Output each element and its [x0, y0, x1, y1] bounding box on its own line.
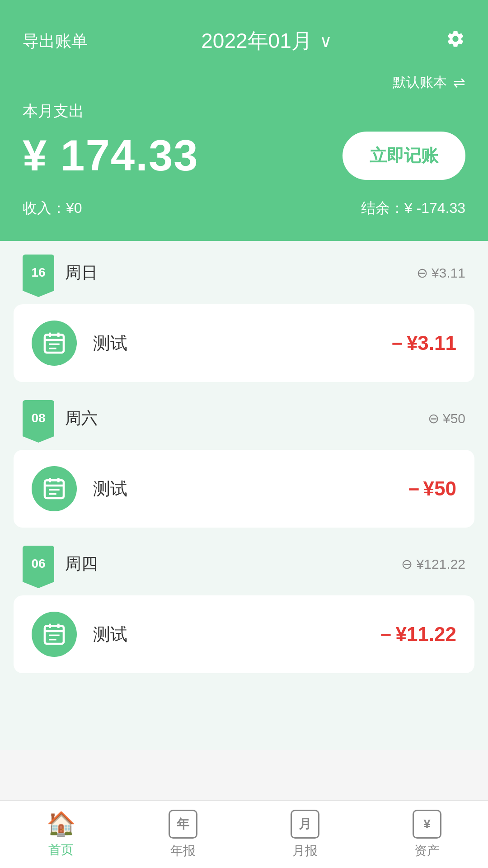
calendar-icon	[42, 622, 67, 647]
nav-label-assets: 资产	[414, 842, 440, 859]
header-section: 导出账单 2022年01月 ∨ 默认账本 ⇌ 本月支出 ¥ 174.33 立即记…	[0, 0, 488, 241]
export-button[interactable]: 导出账单	[23, 30, 88, 52]
day-badge-06: 06	[23, 546, 54, 582]
table-row[interactable]: 测试 －¥3.11	[14, 304, 474, 382]
quick-record-button[interactable]: 立即记账	[343, 132, 465, 180]
account-book-label: 默认账本	[393, 73, 447, 92]
day-total-08: ⊖ ¥50	[428, 410, 465, 426]
transaction-amount: －¥3.11	[387, 330, 456, 357]
nav-item-monthly[interactable]: 月 月报	[244, 801, 366, 868]
day-name-06: 周四	[65, 553, 98, 575]
expense-label: 本月支出	[23, 101, 465, 122]
day-header-06: 06 周四 ⊖ ¥121.22	[0, 532, 488, 591]
day-header-16: 16 周日 ⊖ ¥3.11	[0, 241, 488, 300]
summary-row: 收入：¥0 结余：¥ -174.33	[23, 198, 465, 218]
day-name-16: 周日	[65, 262, 98, 284]
transaction-amount: －¥11.22	[375, 621, 456, 648]
balance-summary: 结余：¥ -174.33	[361, 198, 465, 218]
assets-icon: ¥	[413, 810, 441, 839]
day-badge-16: 16	[23, 255, 54, 291]
category-icon	[32, 612, 77, 657]
amount-row: ¥ 174.33 立即记账	[23, 131, 465, 180]
nav-label-home: 首页	[48, 841, 74, 859]
top-bar: 导出账单 2022年01月 ∨	[23, 27, 465, 55]
day-name-08: 周六	[65, 407, 98, 429]
calendar-icon	[42, 476, 67, 501]
table-row[interactable]: 测试 －¥11.22	[14, 595, 474, 673]
category-icon	[32, 466, 77, 511]
transaction-list: 16 周日 ⊖ ¥3.11 测试 －¥3.11	[0, 241, 488, 750]
current-month: 2022年01月	[201, 27, 312, 55]
nav-item-annual[interactable]: 年 年报	[122, 801, 244, 868]
total-expense-amount: ¥ 174.33	[23, 131, 199, 180]
chevron-down-icon: ∨	[319, 31, 332, 51]
day-total-06: ⊖ ¥121.22	[401, 556, 465, 572]
bottom-nav: 🏠 首页 年 年报 月 月报 ¥ 资产	[0, 800, 488, 868]
day-left-06: 06 周四	[23, 546, 98, 582]
home-icon: 🏠	[47, 810, 76, 838]
switch-account-icon[interactable]: ⇌	[453, 74, 465, 91]
transaction-name: 测试	[93, 623, 359, 646]
day-group-06: 06 周四 ⊖ ¥121.22 测试 －¥11.22	[0, 532, 488, 673]
day-group-16: 16 周日 ⊖ ¥3.11 测试 －¥3.11	[0, 241, 488, 382]
gear-icon	[446, 29, 465, 49]
day-group-08: 08 周六 ⊖ ¥50 测试 －¥50	[0, 387, 488, 528]
month-selector-button[interactable]: 2022年01月 ∨	[201, 27, 332, 55]
day-header-08: 08 周六 ⊖ ¥50	[0, 387, 488, 445]
nav-item-home[interactable]: 🏠 首页	[0, 801, 122, 868]
income-summary: 收入：¥0	[23, 198, 82, 218]
category-icon	[32, 321, 77, 366]
table-row[interactable]: 测试 －¥50	[14, 450, 474, 528]
transaction-name: 测试	[93, 332, 371, 355]
nav-item-assets[interactable]: ¥ 资产	[366, 801, 488, 868]
annual-icon: 年	[169, 810, 197, 839]
day-total-16: ⊖ ¥3.11	[417, 265, 465, 281]
transaction-amount: －¥50	[404, 476, 456, 502]
monthly-icon: 月	[291, 810, 319, 839]
day-left-16: 16 周日	[23, 255, 98, 291]
day-left-08: 08 周六	[23, 400, 98, 436]
day-badge-08: 08	[23, 400, 54, 436]
transaction-name: 测试	[93, 477, 387, 500]
settings-button[interactable]	[446, 29, 465, 53]
nav-label-monthly: 月报	[292, 842, 318, 859]
calendar-icon	[42, 330, 67, 356]
account-row: 默认账本 ⇌	[23, 73, 465, 92]
nav-label-annual: 年报	[170, 842, 196, 859]
